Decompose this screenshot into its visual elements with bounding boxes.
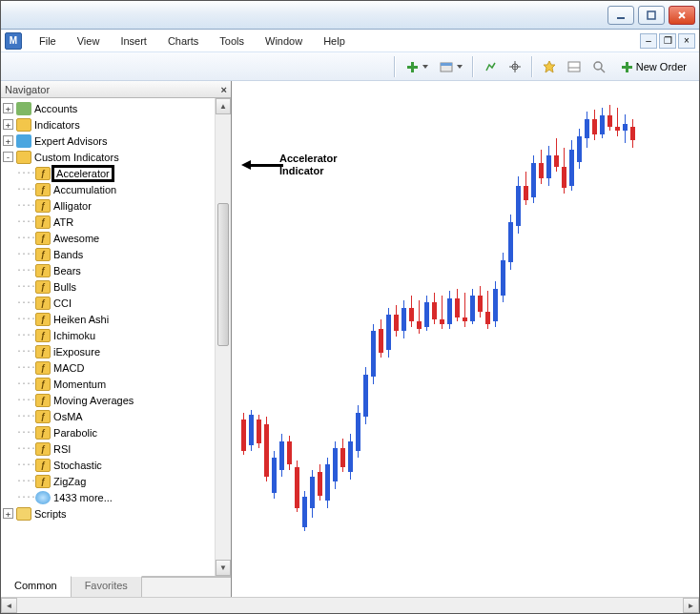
tree-item[interactable]: ····ƒRSI — [1, 440, 215, 457]
tree-item[interactable]: ····ƒAwesome — [1, 230, 215, 246]
fld-icon — [16, 118, 31, 132]
tree-item[interactable]: +Accounts — [1, 100, 215, 116]
menu-charts[interactable]: Charts — [158, 32, 208, 50]
tree-item[interactable]: +Indicators — [1, 116, 215, 133]
scroll-up-icon[interactable]: ▲ — [216, 98, 231, 114]
highlight-box: Accelerator — [51, 165, 114, 182]
tree-item-label: Awesome — [53, 233, 99, 244]
market-watch-button[interactable] — [480, 56, 501, 77]
mdi-minimize-button[interactable]: – — [640, 33, 657, 49]
chevron-down-icon — [422, 65, 428, 69]
close-button[interactable] — [669, 6, 695, 25]
fx-icon: ƒ — [35, 199, 51, 213]
tree-item[interactable]: ····ƒATR — [1, 214, 215, 230]
tree-item-label: Stochastic — [53, 460, 102, 471]
fx-icon: ƒ — [35, 361, 51, 375]
tree-item-label: Moving Averages — [53, 395, 134, 406]
tree-item-label: Momentum — [53, 379, 106, 390]
expand-icon[interactable]: + — [3, 103, 13, 113]
navigator-scrollbar[interactable]: ▲ ▼ — [215, 98, 231, 576]
workspace: Navigator × +Accounts+Indicators+ Expert… — [1, 81, 699, 597]
scroll-down-icon[interactable]: ▼ — [216, 560, 231, 576]
tree-item[interactable]: ····ƒMoving Averages — [1, 392, 215, 408]
expand-icon[interactable]: + — [3, 135, 13, 146]
fx-icon: ƒ — [35, 232, 51, 245]
tree-item-label: Parabolic — [53, 427, 97, 439]
new-order-button[interactable]: New Order — [613, 56, 693, 77]
navigator-close-icon[interactable]: × — [221, 84, 227, 95]
tree-item[interactable]: ····ƒParabolic — [1, 424, 215, 440]
tree-item[interactable]: ····ƒOsMA — [1, 408, 215, 424]
tree-item-label: ZigZag — [53, 476, 86, 487]
tree-item[interactable]: ····ƒCCI — [1, 295, 215, 311]
menu-file[interactable]: File — [30, 32, 66, 50]
tree-item[interactable]: ····ƒZigZag — [1, 473, 215, 489]
tree-item[interactable]: ····ƒStochastic — [1, 457, 215, 473]
tree-item[interactable]: ····ƒMomentum — [1, 376, 215, 392]
menu-insert[interactable]: Insert — [111, 32, 156, 50]
minimize-button[interactable] — [607, 6, 634, 25]
tree-item-label: Bands — [53, 249, 83, 260]
tree-item-label: CCI — [53, 297, 72, 309]
chart-area[interactable]: Accelerator Indicator — [232, 81, 699, 597]
profile-icon — [440, 60, 453, 73]
navigator-button[interactable] — [539, 56, 560, 77]
globe-icon — [35, 491, 51, 504]
tree-item-label: iExposure — [53, 346, 100, 358]
scroll-thumb[interactable] — [217, 203, 229, 346]
tree-item[interactable]: ····ƒHeiken Ashi — [1, 311, 215, 327]
tree-item[interactable]: + Expert Advisors — [1, 133, 215, 149]
fx-icon: ƒ — [35, 280, 51, 294]
fx-icon: ƒ — [35, 410, 51, 423]
expand-icon[interactable]: + — [3, 119, 13, 130]
svg-rect-1 — [648, 11, 655, 19]
menu-tools[interactable]: Tools — [210, 32, 254, 50]
tester-button[interactable] — [588, 56, 609, 77]
tree-item-label: Accounts — [34, 103, 77, 114]
expand-icon[interactable]: + — [3, 508, 13, 519]
tree-item-label: Accelerator — [56, 168, 110, 179]
tree-item[interactable]: ····ƒAlligator — [1, 197, 215, 214]
plus-icon — [405, 60, 419, 73]
tree-item[interactable]: ····ƒBears — [1, 262, 215, 278]
expand-icon[interactable]: - — [3, 152, 13, 162]
fx-icon: ƒ — [35, 167, 51, 180]
chevron-down-icon — [457, 65, 463, 69]
add-chart-button[interactable] — [401, 56, 432, 77]
tree-item-label: Scripts — [34, 508, 67, 520]
terminal-button[interactable] — [564, 56, 585, 77]
menubar: M File View Insert Charts Tools Window H… — [1, 30, 699, 52]
horizontal-scrollbar[interactable]: ◄ ► — [1, 597, 699, 613]
profiles-button[interactable] — [436, 56, 466, 77]
mdi-close-button[interactable]: × — [678, 33, 695, 49]
scroll-right-icon[interactable]: ► — [683, 598, 699, 613]
tree-item-label: Ichimoku — [53, 330, 95, 341]
ea-icon — [16, 134, 31, 148]
tree-item-label: Accumulation — [53, 184, 116, 195]
crosshair-button[interactable] — [504, 56, 525, 77]
tab-favorites[interactable]: Favorites — [72, 576, 142, 597]
scroll-left-icon[interactable]: ◄ — [1, 598, 17, 613]
tree-item[interactable]: ····ƒMACD — [1, 359, 215, 376]
tree-item[interactable]: ····ƒAccelerator — [1, 165, 215, 181]
navigator-tree[interactable]: +Accounts+Indicators+ Expert Advisors-Cu… — [1, 98, 215, 576]
tree-item[interactable]: ····ƒiExposure — [1, 343, 215, 359]
fx-icon: ƒ — [35, 426, 51, 440]
navigator-header[interactable]: Navigator × — [1, 81, 231, 98]
tree-item[interactable]: -Custom Indicators — [1, 149, 215, 165]
svg-rect-6 — [568, 62, 580, 72]
maximize-button[interactable] — [638, 6, 665, 25]
menu-window[interactable]: Window — [256, 32, 312, 50]
tree-item[interactable]: ····ƒBulls — [1, 278, 215, 295]
tree-item[interactable]: ····ƒBands — [1, 246, 215, 262]
tree-item[interactable]: +Scripts — [1, 505, 215, 522]
fx-icon: ƒ — [35, 459, 51, 472]
tree-item-label: OsMA — [53, 411, 83, 422]
mdi-restore-button[interactable]: ❐ — [659, 33, 676, 49]
tree-item[interactable]: ····ƒAccumulation — [1, 181, 215, 197]
menu-help[interactable]: Help — [314, 32, 355, 50]
menu-view[interactable]: View — [68, 32, 110, 50]
tree-item[interactable]: ····1433 more... — [1, 489, 215, 505]
tree-item[interactable]: ····ƒIchimoku — [1, 327, 215, 343]
tab-common[interactable]: Common — [1, 576, 72, 597]
